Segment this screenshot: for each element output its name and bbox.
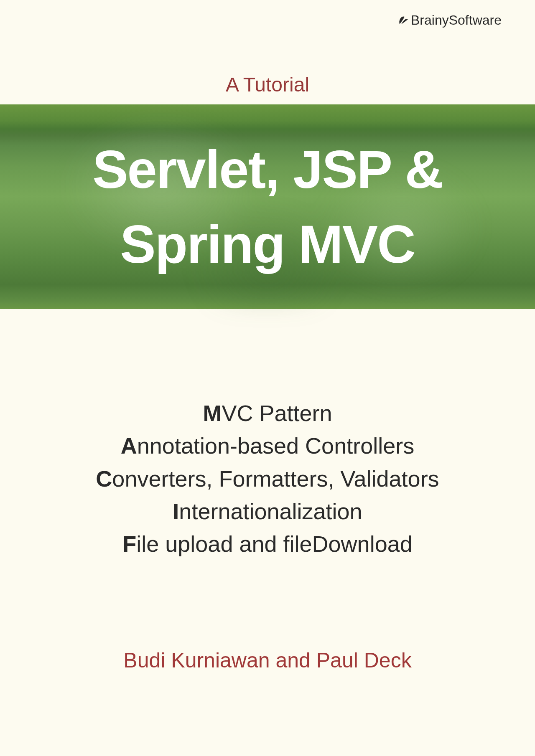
title-line-2: Spring MVC bbox=[120, 207, 415, 282]
topic-item: Annotation-based Controllers bbox=[0, 429, 535, 462]
publisher-brand: BrainySoftware bbox=[398, 13, 502, 28]
authors: Budi Kurniawan and Paul Deck bbox=[123, 648, 411, 672]
publisher-name: BrainySoftware bbox=[411, 13, 502, 28]
topic-item: Converters, Formatters, Validators bbox=[0, 462, 535, 495]
title-banner: Servlet, JSP & Spring MVC bbox=[0, 104, 535, 309]
topic-item: File upload and fileDownload bbox=[0, 528, 535, 560]
topic-item: Internationalization bbox=[0, 495, 535, 528]
publisher-icon bbox=[398, 15, 409, 26]
topic-item: MVC Pattern bbox=[0, 397, 535, 429]
topics-list: MVC Pattern Annotation-based Controllers… bbox=[0, 397, 535, 560]
title-line-1: Servlet, JSP & bbox=[92, 132, 443, 207]
subtitle: A Tutorial bbox=[226, 73, 309, 96]
